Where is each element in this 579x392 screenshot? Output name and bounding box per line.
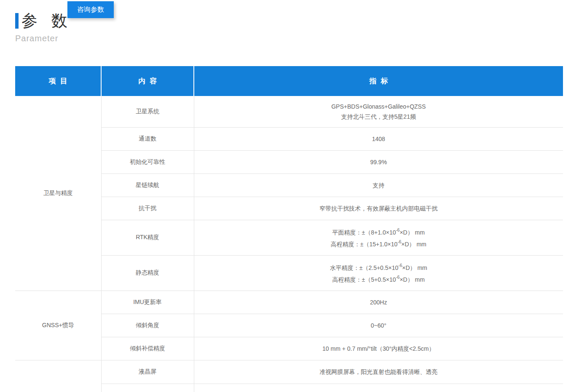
spec-line: 支持北斗三代，支持5星21频 <box>194 112 563 122</box>
item-group-cell <box>15 360 101 392</box>
spec-line: 窄带抗干扰技术，有效屏蔽主机内部电磁干扰 <box>194 203 563 213</box>
spec-cell: 支持 <box>194 173 563 197</box>
table-row: GNSS+惯导IMU更新率200Hz <box>15 291 563 314</box>
spec-cell: 99.9% <box>194 150 563 173</box>
content-cell: 抗干扰 <box>101 197 194 220</box>
title-accent-bar <box>15 13 19 29</box>
spec-line: GPS+BDS+Glonass+Galileo+QZSS <box>194 101 563 112</box>
spec-cell: 准视网膜屏幕，阳光直射也能看得清晰、透亮 <box>194 360 563 384</box>
spec-cell: 1408 <box>194 127 563 150</box>
spec-cell: 200Hz <box>194 291 563 314</box>
spec-line: 1408 <box>194 134 563 144</box>
content-cell: IMU更新率 <box>101 291 194 314</box>
content-cell: 倾斜角度 <box>101 314 194 337</box>
spec-line: 10 mm + 0.7 mm/°tilt（30°内精度<2.5cm） <box>194 344 563 354</box>
item-group-cell: GNSS+惯导 <box>15 291 101 360</box>
spec-line: 高程精度：±（5+0.5×10-6×D） mm <box>194 273 563 285</box>
spec-line: 高程精度：±（15+1.0×10-6×D） mm <box>194 237 563 249</box>
spec-cell: 平面精度：±（8+1.0×10-6×D） mm高程精度：±（15+1.0×10-… <box>194 220 563 255</box>
column-header-content: 内容 <box>101 66 194 96</box>
consult-parameter-button[interactable]: 咨询参数 <box>67 1 114 18</box>
spec-cell: 0~60° <box>194 314 563 337</box>
page-subtitle: Parameter <box>15 34 58 43</box>
content-cell: 静态精度 <box>101 255 194 291</box>
spec-line: 200Hz <box>194 297 563 307</box>
table-row: 液晶屏准视网膜屏幕，阳光直射也能看得清晰、透亮 <box>15 360 563 384</box>
column-header-spec: 指标 <box>194 66 563 96</box>
spec-cell: 窄带抗干扰技术，有效屏蔽主机内部电磁干扰 <box>194 197 563 220</box>
column-header-item: 项目 <box>15 66 101 96</box>
spec-cell <box>194 384 563 392</box>
spec-line: 平面精度：±（8+1.0×10-6×D） mm <box>194 226 563 237</box>
content-cell: 通道数 <box>101 127 194 150</box>
content-cell <box>101 384 194 392</box>
parameter-page: 咨询参数 参数 Parameter 项目 内容 指标 卫星与精度卫星系统GPS+… <box>0 0 579 392</box>
content-cell: RTK精度 <box>101 220 194 255</box>
table-header: 项目 内容 指标 <box>15 66 563 96</box>
spec-cell: 10 mm + 0.7 mm/°tilt（30°内精度<2.5cm） <box>194 337 563 360</box>
spec-line: 准视网膜屏幕，阳光直射也能看得清晰、透亮 <box>194 367 563 377</box>
content-cell: 倾斜补偿精度 <box>101 337 194 360</box>
content-cell: 液晶屏 <box>101 360 194 384</box>
content-cell: 卫星系统 <box>101 96 194 127</box>
content-cell: 星链续航 <box>101 173 194 197</box>
spec-cell: 水平精度：±（2.5+0.5×10-6×D） mm高程精度：±（5+0.5×10… <box>194 255 563 291</box>
content-cell: 初始化可靠性 <box>101 150 194 173</box>
spec-line: 99.9% <box>194 157 563 167</box>
spec-line: 水平精度：±（2.5+0.5×10-6×D） mm <box>194 261 563 273</box>
table-row: 卫星与精度卫星系统GPS+BDS+Glonass+Galileo+QZSS支持北… <box>15 96 563 127</box>
parameter-table: 项目 内容 指标 卫星与精度卫星系统GPS+BDS+Glonass+Galile… <box>15 66 563 392</box>
item-group-cell: 卫星与精度 <box>15 96 101 291</box>
spec-line: 支持 <box>194 180 563 190</box>
spec-line: 0~60° <box>194 320 563 331</box>
table-header-row: 项目 内容 指标 <box>15 66 563 96</box>
spec-cell: GPS+BDS+Glonass+Galileo+QZSS支持北斗三代，支持5星2… <box>194 96 563 127</box>
spec-table-body: 卫星与精度卫星系统GPS+BDS+Glonass+Galileo+QZSS支持北… <box>15 96 563 392</box>
